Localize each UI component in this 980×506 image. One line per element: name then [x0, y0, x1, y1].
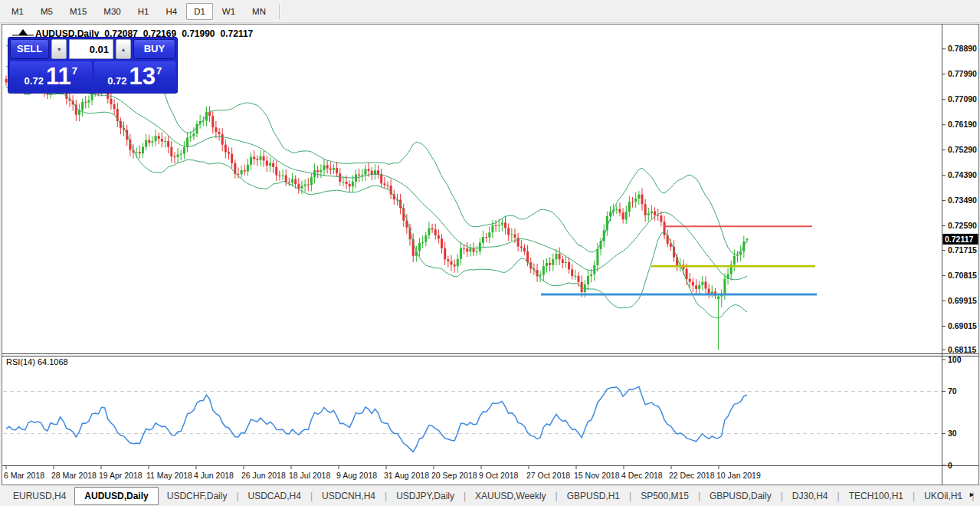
- svg-text:31 Aug 2018: 31 Aug 2018: [384, 471, 429, 480]
- volume-input[interactable]: [69, 39, 113, 59]
- tabs-scroll-arrows: ◄ ►: [955, 491, 975, 498]
- svg-text:0.73490: 0.73490: [948, 196, 977, 205]
- tf-button-m30[interactable]: M30: [96, 3, 128, 20]
- tf-button-m15[interactable]: M15: [62, 3, 94, 20]
- timeframe-toolbar: M1M5M15M30H1H4D1W1MN: [0, 0, 980, 23]
- svg-text:10 Jan 2019: 10 Jan 2019: [716, 471, 761, 480]
- svg-text:4 Dec 2018: 4 Dec 2018: [621, 471, 663, 480]
- one-click-trading-panel: SELL ▼ ▲ BUY 0.72117 0.72137: [8, 37, 178, 94]
- tf-button-m5[interactable]: M5: [33, 3, 61, 20]
- tab-audusd-daily[interactable]: AUDUSD,Daily: [74, 487, 158, 505]
- tab-eurusd-h4[interactable]: EURUSD,H4: [5, 487, 74, 505]
- tf-button-d1[interactable]: D1: [186, 3, 213, 20]
- svg-text:0: 0: [948, 461, 952, 470]
- tab-separator: |: [913, 491, 915, 501]
- buy-price-prefix: 0.72: [107, 75, 126, 87]
- svg-text:22 Dec 2018: 22 Dec 2018: [669, 471, 715, 480]
- chart-canvas[interactable]: 0.788900.779900.770900.761900.752900.743…: [2, 25, 978, 485]
- svg-text:0.69015: 0.69015: [948, 321, 977, 330]
- volume-increase-button[interactable]: ▲: [116, 39, 131, 59]
- tf-button-mn[interactable]: MN: [244, 3, 274, 20]
- tab-usdjpy-daily[interactable]: USDJPY,Daily: [388, 487, 463, 505]
- trade-prices-row: 0.72117 0.72137: [10, 61, 175, 91]
- tab-gbpusd-daily[interactable]: GBPUSD,Daily: [701, 487, 780, 505]
- chart-tabs-bar: EURUSD,H4AUDUSD,DailyUSDCHF,Daily|USDCAD…: [0, 485, 980, 506]
- svg-text:100: 100: [948, 355, 962, 364]
- svg-text:28 Mar 2018: 28 Mar 2018: [51, 471, 97, 480]
- sell-price-big: 11: [46, 63, 71, 90]
- svg-text:0.69915: 0.69915: [948, 296, 977, 305]
- tabs-scroll-right-icon[interactable]: ►: [969, 491, 975, 498]
- buy-price-big: 13: [129, 63, 156, 90]
- buy-button[interactable]: BUY: [133, 39, 175, 59]
- tab-sp500-m15[interactable]: SP500,M15: [632, 487, 697, 505]
- svg-text:0.76190: 0.76190: [948, 120, 977, 129]
- buy-price-sup: 7: [156, 65, 162, 77]
- svg-text:0.77090: 0.77090: [948, 94, 977, 104]
- svg-text:0.75290: 0.75290: [948, 145, 977, 154]
- svg-text:11 May 2018: 11 May 2018: [146, 471, 192, 480]
- buy-price-display[interactable]: 0.72137: [94, 61, 176, 91]
- svg-text:0.71715: 0.71715: [948, 245, 977, 255]
- tab-separator: |: [310, 491, 313, 501]
- svg-text:18 Jul 2018: 18 Jul 2018: [289, 471, 330, 480]
- tab-separator: |: [837, 491, 840, 501]
- tf-button-w1[interactable]: W1: [215, 3, 243, 20]
- svg-text:19 Apr 2018: 19 Apr 2018: [99, 471, 143, 480]
- svg-text:0.72117: 0.72117: [945, 235, 974, 244]
- svg-text:30: 30: [948, 429, 957, 438]
- svg-text:15 Nov 2018: 15 Nov 2018: [574, 471, 620, 480]
- svg-text:20 Sep 2018: 20 Sep 2018: [431, 471, 477, 480]
- tab-dj30-h4[interactable]: DJ30,H4: [784, 487, 837, 505]
- svg-text:26 Jun 2018: 26 Jun 2018: [241, 471, 286, 480]
- svg-text:9 Oct 2018: 9 Oct 2018: [479, 471, 519, 480]
- ohlc-low: 0.71990: [182, 28, 215, 39]
- tab-separator: |: [464, 491, 466, 501]
- chevron-down-icon: ▼: [57, 47, 62, 52]
- tf-button-h1[interactable]: H1: [130, 3, 157, 20]
- svg-text:70: 70: [948, 386, 957, 396]
- trade-controls-row: SELL ▼ ▲ BUY: [10, 39, 175, 59]
- tab-separator: |: [236, 491, 238, 501]
- tab-tech100-h1[interactable]: TECH100,H1: [841, 487, 912, 505]
- sell-price: 0.72117: [25, 63, 77, 90]
- tab-separator: |: [698, 491, 700, 501]
- rsi-indicator-label: RSI(14) 64.1068: [6, 357, 68, 366]
- buy-price: 0.72137: [107, 63, 162, 90]
- svg-text:4 Jun 2018: 4 Jun 2018: [194, 471, 234, 480]
- toolbar-separator: [279, 4, 280, 19]
- svg-text:0.72590: 0.72590: [948, 221, 977, 230]
- tab-separator: |: [385, 491, 387, 501]
- svg-text:0.78890: 0.78890: [948, 44, 977, 53]
- svg-text:27 Oct 2018: 27 Oct 2018: [526, 471, 570, 480]
- sell-price-display[interactable]: 0.72117: [10, 61, 92, 91]
- chart-tabs: EURUSD,H4AUDUSD,DailyUSDCHF,Daily|USDCAD…: [0, 485, 980, 506]
- tab-separator: |: [556, 491, 558, 501]
- tab-usdcnh-h4[interactable]: USDCNH,H4: [313, 487, 384, 505]
- tab-usdchf-daily[interactable]: USDCHF,Daily: [159, 487, 236, 505]
- tf-button-m1[interactable]: M1: [4, 3, 31, 20]
- svg-text:0.70815: 0.70815: [948, 271, 977, 280]
- sell-button[interactable]: SELL: [10, 39, 49, 59]
- sell-price-sup: 7: [72, 65, 77, 77]
- tab-separator: |: [629, 491, 631, 501]
- svg-text:6 Mar 2018: 6 Mar 2018: [4, 471, 44, 480]
- chevron-up-icon: ▲: [120, 47, 126, 52]
- svg-text:0.68115: 0.68115: [948, 345, 977, 354]
- svg-text:0.74390: 0.74390: [948, 170, 977, 179]
- chart-window: 0.788900.779900.770900.761900.752900.743…: [2, 24, 979, 485]
- svg-text:9 Aug 2018: 9 Aug 2018: [336, 471, 377, 480]
- tab-xauusd-weekly[interactable]: XAUUSD,Weekly: [467, 487, 554, 505]
- tabs-scroll-left-icon[interactable]: ◄: [955, 491, 962, 498]
- tf-button-h4[interactable]: H4: [158, 3, 185, 20]
- ohlc-close: 0.72117: [221, 28, 254, 39]
- svg-text:0.77990: 0.77990: [948, 69, 977, 78]
- tab-separator: |: [781, 491, 783, 501]
- tab-u[interactable]: U: [975, 487, 980, 505]
- tab-gbpusd-h1[interactable]: GBPUSD,H1: [559, 487, 628, 505]
- sell-price-prefix: 0.72: [25, 75, 44, 87]
- tab-usdcad-h4[interactable]: USDCAD,H4: [240, 487, 310, 505]
- volume-decrease-button[interactable]: ▼: [51, 39, 67, 59]
